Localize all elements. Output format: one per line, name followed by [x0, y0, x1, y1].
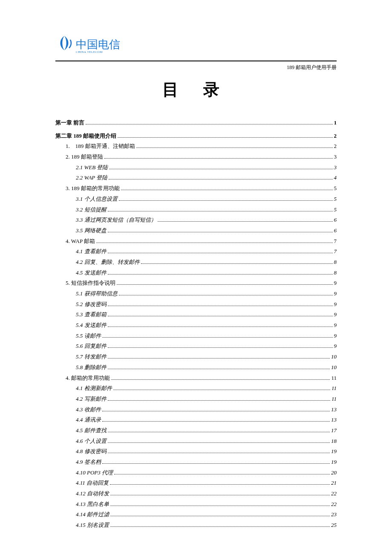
- toc-row: 第二章 189 邮箱使用介绍 2: [55, 131, 337, 142]
- toc-label: 5.7 转发邮件: [76, 352, 107, 362]
- toc-page-number: 18: [331, 436, 337, 447]
- toc-row: 4.6 个人设置 18: [55, 436, 337, 447]
- toc-label: 5.1 获得帮助信息: [76, 289, 118, 299]
- toc-leader-dots: [109, 169, 332, 169]
- toc-label: 4.2 回复、删除、转发邮件: [76, 257, 140, 268]
- toc-row: 3.3 通过网页发短信（自写短信） 6: [55, 215, 337, 225]
- toc-leader-dots: [108, 453, 330, 453]
- toc-label: 3.2 短信提醒: [76, 205, 107, 215]
- toc-page-number: 13: [331, 415, 337, 425]
- toc-row: 4.3 收邮件 13: [55, 405, 337, 415]
- brand-logo: 中国电信 CHINA TELECOM: [55, 34, 120, 56]
- toc-leader-dots: [136, 147, 333, 148]
- toc-row: 5.8 删除邮件 10: [55, 362, 337, 373]
- toc-row: 4.5 发送邮件 8: [55, 268, 337, 278]
- toc-row: 4.4 通讯录 13: [55, 415, 337, 425]
- toc-label: 5.2 修改密码: [76, 299, 107, 310]
- toc-leader-dots: [96, 243, 333, 243]
- toc-row: 4.9 签名档 19: [55, 457, 337, 468]
- toc-leader-dots: [108, 274, 333, 275]
- toc-leader-dots: [109, 179, 332, 179]
- toc-page-number: 5: [334, 194, 337, 205]
- toc-page-number: 19: [331, 446, 337, 457]
- toc-row: 4.1 查看邮件 7: [55, 246, 337, 257]
- toc-leader-dots: [113, 390, 330, 390]
- toc-page-number: 11: [331, 373, 337, 384]
- toc-row: 4.15 别名设置 25: [55, 520, 337, 531]
- toc-label: 1. 189 邮箱开通、注销邮箱: [66, 141, 135, 152]
- toc-row: 4.14 邮件过滤 23: [55, 509, 337, 520]
- toc-row: 3.1 个人信息设置 5: [55, 194, 337, 205]
- toc-page-number: 20: [331, 468, 337, 478]
- toc-page-number: 8: [334, 268, 337, 278]
- toc-row: 3.5 网络硬盘 6: [55, 225, 337, 236]
- toc-page-number: 25: [331, 520, 337, 531]
- toc-row: 4. WAP 邮箱 7: [55, 236, 337, 247]
- header-divider: [55, 61, 337, 61]
- toc-row: 4.5 邮件查找 17: [55, 425, 337, 436]
- toc-label: 4.2 写新邮件: [76, 394, 107, 405]
- toc-leader-dots: [108, 316, 333, 316]
- svg-point-0: [55, 34, 73, 52]
- toc-page-number: 9: [334, 320, 337, 331]
- toc-leader-dots: [110, 516, 330, 516]
- toc-row: 4.11 自动回复 21: [55, 478, 337, 489]
- toc-page-number: 23: [331, 509, 337, 520]
- toc-label: 2. 189 邮箱登陆: [66, 152, 103, 162]
- toc-page-number: 4: [334, 173, 337, 183]
- toc-leader-dots: [117, 284, 333, 285]
- toc-leader-dots: [108, 306, 333, 306]
- toc-page-number: 7: [334, 246, 337, 257]
- toc-row: 5. 短信操作指令说明 9: [55, 278, 337, 289]
- toc-leader-dots: [102, 421, 330, 422]
- toc-page-number: 5: [334, 205, 337, 215]
- toc-leader-dots: [108, 232, 333, 232]
- table-of-contents: 第一章 前言 1第二章 189 邮箱使用介绍 21. 189 邮箱开通、注销邮箱…: [55, 118, 337, 531]
- toc-row: 2. 189 邮箱登陆 3: [55, 152, 337, 162]
- toc-label: 4. WAP 邮箱: [66, 236, 95, 247]
- toc-label: 4.10 POP3 代理: [76, 468, 113, 478]
- toc-page-number: 6: [334, 225, 337, 236]
- toc-label: 4.1 查看邮件: [76, 246, 107, 257]
- toc-page-number: 1: [334, 118, 337, 128]
- brand-text: 中国电信 CHINA TELECOM: [76, 37, 120, 54]
- toc-page-number: 9: [334, 278, 337, 289]
- toc-label: 3.3 通过网页发短信（自写短信）: [76, 215, 156, 225]
- toc-page-number: 10: [331, 362, 337, 373]
- toc-row: 4.13 黑白名单 22: [55, 499, 337, 510]
- toc-row: 5.1 获得帮助信息 9: [55, 289, 337, 299]
- toc-page-number: 3: [334, 162, 337, 173]
- toc-page-number: 7: [334, 236, 337, 247]
- toc-page-number: 9: [334, 289, 337, 299]
- toc-page-number: 17: [331, 425, 337, 436]
- toc-leader-dots: [108, 432, 330, 432]
- toc-leader-dots: [118, 137, 333, 138]
- toc-leader-dots: [108, 358, 330, 358]
- toc-label: 5.5 读邮件: [76, 331, 101, 341]
- toc-page-number: 9: [334, 341, 337, 352]
- toc-page-number: 13: [331, 405, 337, 415]
- toc-row: 5.4 发送邮件 9: [55, 320, 337, 331]
- toc-leader-dots: [111, 379, 330, 380]
- toc-label: 4.5 发送邮件: [76, 268, 107, 278]
- toc-label: 4.13 黑白名单: [76, 499, 109, 510]
- toc-page-number: 9: [334, 331, 337, 341]
- toc-leader-dots: [119, 295, 333, 295]
- toc-label: 第一章 前言: [55, 118, 84, 128]
- toc-label: 4.6 个人设置: [76, 436, 107, 447]
- toc-row: 4.2 写新邮件 11: [55, 394, 337, 405]
- toc-page-number: 11: [331, 383, 337, 394]
- page-title: 目 录: [55, 79, 337, 101]
- toc-label: 2.2 WAP 登陆: [76, 173, 107, 183]
- toc-leader-dots: [104, 158, 333, 159]
- toc-row: 5.5 读邮件 9: [55, 331, 337, 341]
- toc-label: 4.15 别名设置: [76, 520, 109, 531]
- toc-leader-dots: [110, 484, 330, 485]
- brand-name: 中国电信: [76, 37, 120, 52]
- toc-row: 4.12 自动转发 22: [55, 489, 337, 499]
- toc-row: 4.8 修改密码 19: [55, 446, 337, 457]
- header-right-text: 189 邮箱用户使用手册: [55, 64, 337, 71]
- toc-row: 4. 邮箱的常用功能 11: [55, 373, 337, 384]
- toc-leader-dots: [108, 211, 333, 211]
- toc-page-number: 2: [334, 131, 337, 142]
